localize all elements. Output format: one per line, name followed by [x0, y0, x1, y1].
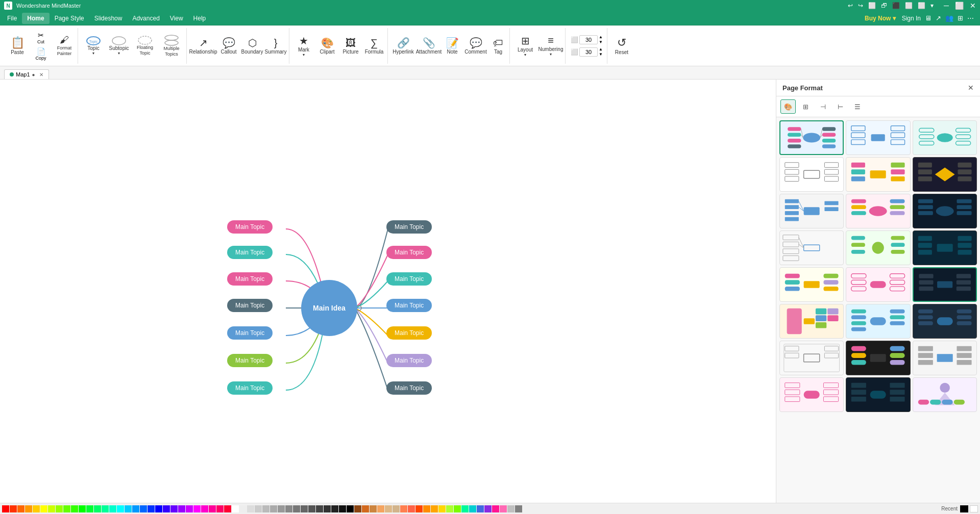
formula-button[interactable]: ∑ Formula — [363, 30, 385, 62]
color-swatch[interactable] — [431, 505, 438, 512]
color-swatch[interactable] — [278, 505, 285, 512]
color-swatch[interactable] — [492, 505, 499, 512]
topic-left-1[interactable]: Main Topic — [227, 220, 273, 234]
recent-swatch-white[interactable] — [970, 505, 978, 512]
theme-card-21[interactable] — [913, 341, 977, 375]
menu-file[interactable]: File — [2, 13, 22, 24]
theme-card-23[interactable] — [846, 377, 910, 412]
color-swatch[interactable] — [408, 505, 415, 512]
topic-right-4[interactable]: Main Topic — [386, 299, 432, 312]
theme-card-2[interactable] — [846, 120, 910, 155]
color-swatch[interactable] — [132, 505, 139, 512]
color-swatch[interactable] — [193, 505, 201, 512]
color-swatch[interactable] — [339, 505, 346, 512]
tab-map1[interactable]: Map1 ● ✕ — [4, 69, 49, 79]
theme-card-1[interactable] — [779, 120, 844, 155]
topic-right-7[interactable]: Main Topic — [386, 381, 432, 395]
theme-card-8[interactable] — [846, 194, 910, 228]
color-swatch[interactable] — [484, 505, 492, 512]
color-swatch[interactable] — [461, 505, 469, 512]
color-swatch[interactable] — [385, 505, 392, 512]
topic-right-1[interactable]: Main Topic — [386, 220, 432, 234]
color-swatch[interactable] — [79, 505, 86, 512]
theme-card-3[interactable] — [913, 120, 977, 155]
theme-card-4[interactable] — [779, 157, 844, 192]
theme-card-5[interactable] — [846, 157, 910, 192]
topic-left-7[interactable]: Main Topic — [227, 381, 273, 395]
color-swatch[interactable] — [324, 505, 331, 512]
color-swatch[interactable] — [423, 505, 430, 512]
menu-advanced[interactable]: Advanced — [127, 13, 164, 24]
multiple-topics-button[interactable]: MultipleTopics — [159, 30, 184, 62]
topic-left-2[interactable]: Main Topic — [227, 246, 273, 259]
menu-help[interactable]: Help — [188, 13, 211, 24]
color-swatch[interactable] — [393, 505, 400, 512]
close-button[interactable]: ✕ — [970, 2, 976, 10]
callout-button[interactable]: 💬 Callout — [217, 30, 240, 62]
color-swatch[interactable] — [56, 505, 63, 512]
panel-paint-button[interactable]: 🎨 — [780, 99, 796, 114]
buy-now-button[interactable]: Buy Now ▾ — [865, 15, 896, 22]
color-swatch[interactable] — [63, 505, 70, 512]
comment-button[interactable]: 💬 Comment — [463, 30, 488, 62]
theme-card-24[interactable] — [913, 377, 977, 412]
panel-crop-button[interactable]: ⊢ — [832, 99, 848, 114]
theme-card-22[interactable] — [779, 377, 844, 412]
topic-right-3[interactable]: Main Topic — [386, 272, 432, 286]
mark-button[interactable]: ★ Mark ▾ — [292, 30, 315, 62]
color-swatch[interactable] — [140, 505, 147, 512]
color-swatch[interactable] — [331, 505, 338, 512]
theme-card-16[interactable] — [779, 304, 844, 339]
sign-in-button[interactable]: Sign In — [902, 15, 921, 22]
panel-close-button[interactable]: ✕ — [968, 84, 974, 92]
color-swatch[interactable] — [362, 505, 369, 512]
picture-button[interactable]: 🖼 Picture — [339, 30, 362, 62]
color-swatch[interactable] — [377, 505, 384, 512]
color-swatch[interactable] — [125, 505, 132, 512]
menu-view[interactable]: View — [165, 13, 188, 24]
numbering-button[interactable]: ≡ Numbering ▾ — [538, 30, 563, 62]
color-swatch[interactable] — [293, 505, 300, 512]
color-swatch[interactable] — [2, 505, 9, 512]
color-swatch[interactable] — [25, 505, 32, 512]
theme-card-20[interactable] — [846, 341, 910, 375]
relationship-button[interactable]: ↗ Relationship — [190, 30, 216, 62]
color-swatch[interactable] — [239, 505, 247, 512]
color-swatch[interactable] — [477, 505, 484, 512]
color-swatch[interactable] — [109, 505, 116, 512]
color-swatch[interactable] — [201, 505, 208, 512]
color-swatch[interactable] — [94, 505, 101, 512]
tab-close-button[interactable]: ✕ — [39, 72, 43, 78]
color-swatch[interactable] — [224, 505, 231, 512]
color-swatch[interactable] — [400, 505, 407, 512]
topic-left-4[interactable]: Main Topic — [227, 299, 273, 312]
color-swatch[interactable] — [209, 505, 216, 512]
topic-right-2[interactable]: Main Topic — [386, 246, 432, 259]
theme-card-11[interactable] — [846, 230, 910, 265]
panel-align-button[interactable]: ⊣ — [815, 99, 830, 114]
color-swatch[interactable] — [415, 505, 423, 512]
topic-button[interactable]: Topic Topic ▾ — [81, 30, 106, 62]
theme-card-15[interactable] — [913, 267, 977, 302]
color-swatch[interactable] — [102, 505, 109, 512]
color-swatch[interactable] — [446, 505, 453, 512]
topic-left-6[interactable]: Main Topic — [227, 354, 273, 367]
color-swatch[interactable] — [163, 505, 170, 512]
panel-list-button[interactable]: ☰ — [850, 99, 865, 114]
color-swatch[interactable] — [270, 505, 277, 512]
theme-card-7[interactable] — [779, 194, 844, 228]
color-swatch[interactable] — [316, 505, 323, 512]
color-swatch[interactable] — [40, 505, 47, 512]
topic-left-3[interactable]: Main Topic — [227, 272, 273, 286]
color-swatch[interactable] — [507, 505, 514, 512]
color-swatch[interactable] — [370, 505, 377, 512]
boundary-button[interactable]: ⬡ Boundary — [241, 30, 263, 62]
theme-card-14[interactable] — [846, 267, 910, 302]
color-swatch[interactable] — [232, 505, 239, 512]
floating-topic-button[interactable]: FloatingTopic — [132, 30, 158, 62]
color-swatch[interactable] — [285, 505, 292, 512]
panel-grid-button[interactable]: ⊞ — [798, 99, 813, 114]
color-swatch[interactable] — [186, 505, 193, 512]
topic-right-6[interactable]: Main Topic — [386, 354, 432, 367]
color-swatch[interactable] — [262, 505, 270, 512]
